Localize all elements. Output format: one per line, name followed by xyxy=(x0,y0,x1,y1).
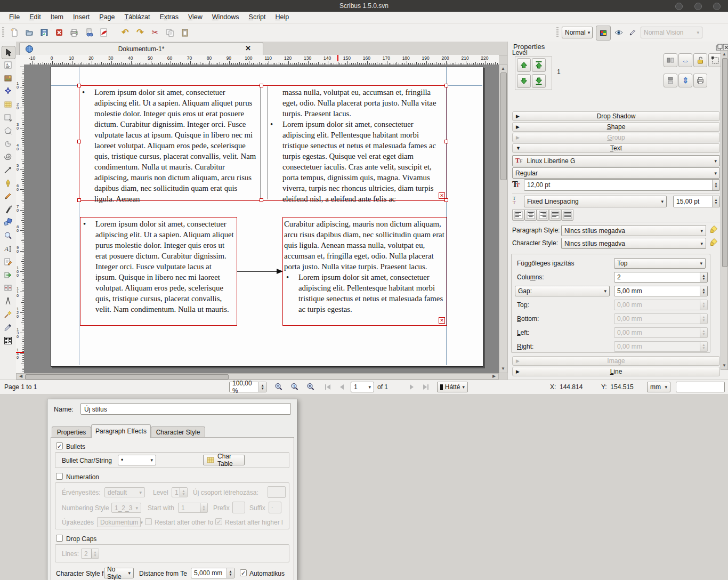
selection-handle[interactable] xyxy=(260,84,263,87)
lock-object-button[interactable] xyxy=(693,53,707,67)
hscroll-thumb[interactable] xyxy=(25,374,229,380)
selection-handle[interactable] xyxy=(77,140,81,143)
paragraph-style-select[interactable]: Nincs stílus megadva▾ xyxy=(561,225,706,236)
character-style-select[interactable]: Nincs stílus megadva▾ xyxy=(561,238,706,249)
section-drop-shadow[interactable]: ▶Drop Shadow xyxy=(512,111,720,121)
status-message-field[interactable] xyxy=(676,382,725,392)
table-tool[interactable] xyxy=(2,98,14,110)
barcode-tool[interactable] xyxy=(2,334,14,347)
spin-arrows[interactable]: ▲▼ xyxy=(227,568,234,578)
previous-page-button[interactable] xyxy=(336,382,347,392)
unit-select[interactable]: mm▾ xyxy=(647,382,670,392)
align-left-button[interactable] xyxy=(512,209,524,221)
valign-select[interactable]: Top▾ xyxy=(614,258,706,269)
drop-caps-checkbox[interactable] xyxy=(56,535,63,542)
toolbar-grip[interactable] xyxy=(2,27,4,38)
raise-to-top-button[interactable] xyxy=(532,58,546,72)
lower-to-bottom-button[interactable] xyxy=(532,74,546,88)
close-tab-icon[interactable]: ✕ xyxy=(245,44,251,52)
freehand-tool[interactable] xyxy=(2,190,14,203)
text-frame-bottom-left[interactable]: • Lorem ipsum dolor sit amet, consectetu… xyxy=(80,217,237,326)
menu-windows[interactable]: Windows xyxy=(207,12,244,23)
rotate-tool[interactable] xyxy=(2,216,14,229)
scroll-up-icon[interactable]: ▲ xyxy=(499,66,507,72)
menu-táblázat[interactable]: Táblázat xyxy=(120,12,155,23)
gap-spinbox[interactable]: 5,00 mm ▲▼ xyxy=(614,286,708,296)
menu-view[interactable]: View xyxy=(183,12,207,23)
distance-spinbox[interactable]: 5,000 mm▲▼ xyxy=(191,568,234,578)
section-text[interactable]: ▼Text xyxy=(512,143,720,153)
paste-button[interactable] xyxy=(178,26,192,39)
copy-button[interactable] xyxy=(163,26,177,39)
canvas-vscrollbar[interactable]: ▲ ▼ xyxy=(499,65,507,373)
scroll-left-icon[interactable]: ◀ xyxy=(18,374,24,379)
selection-handle[interactable] xyxy=(77,198,81,202)
polygon-tool[interactable] xyxy=(2,125,14,137)
menu-help[interactable]: Help xyxy=(271,12,294,23)
layer-select[interactable]: Hátté▾ xyxy=(437,382,468,392)
scroll-down-icon[interactable]: ▼ xyxy=(721,362,727,369)
selection-handle[interactable] xyxy=(444,84,448,87)
bezier-tool[interactable] xyxy=(2,177,14,189)
spin-arrows[interactable]: ▲▼ xyxy=(712,180,719,190)
flip-image-v-button[interactable] xyxy=(664,74,677,87)
image-frame-tool[interactable] xyxy=(2,72,14,84)
eyedropper-tool[interactable] xyxy=(2,321,14,334)
export-pdf-button[interactable] xyxy=(97,26,111,39)
spin-arrows[interactable]: ▲▼ xyxy=(700,272,707,282)
selection-handle[interactable] xyxy=(444,140,448,143)
render-frame-tool[interactable] xyxy=(2,85,14,98)
scroll-up-icon[interactable]: ▲ xyxy=(721,51,727,58)
link-frames-tool[interactable] xyxy=(2,269,14,281)
spin-arrows[interactable]: ▲▼ xyxy=(712,196,719,207)
document-tab[interactable]: Dokumentum-1* ✕ xyxy=(19,42,263,55)
scroll-right-icon[interactable]: ▶ xyxy=(491,374,497,379)
flip-horizontal-button[interactable]: ⇔ xyxy=(678,53,692,67)
vertical-ruler[interactable]: 102030405060708090100110120130140 xyxy=(16,65,25,373)
style-name-input[interactable]: Új stílus xyxy=(80,403,291,415)
linespacing-mode-select[interactable]: Fixed Linespacing▾ xyxy=(524,196,667,207)
spin-arrows[interactable]: ▲▼ xyxy=(700,328,707,337)
spin-arrows[interactable]: ▲▼ xyxy=(700,300,707,310)
panel-scroll-thumb[interactable] xyxy=(722,58,727,267)
zoom-tool[interactable] xyxy=(2,229,14,241)
font-size-spinbox[interactable]: 12,00 pt ▲▼ xyxy=(524,179,720,191)
spin-arrows[interactable]: ▲▼ xyxy=(700,342,707,351)
unlink-frames-tool[interactable] xyxy=(2,282,14,294)
menu-page[interactable]: Page xyxy=(94,12,119,23)
redo-button[interactable]: ↷ xyxy=(133,26,147,39)
tab-character-style[interactable]: Character Style xyxy=(151,426,205,438)
raise-level-button[interactable] xyxy=(517,58,531,72)
zoom-in-button[interactable] xyxy=(305,382,317,392)
next-page-button[interactable] xyxy=(406,382,418,392)
tab-paragraph-effects[interactable]: Paragraph Effects xyxy=(91,424,151,438)
remove-character-style-icon[interactable] xyxy=(709,238,718,246)
remove-paragraph-style-icon[interactable] xyxy=(709,225,718,233)
text-frame-top[interactable]: • Lorem ipsum dolor sit amet, consectetu… xyxy=(79,85,447,201)
copy-properties-tool[interactable] xyxy=(2,308,14,320)
char-table-button[interactable]: Char Table xyxy=(203,455,245,465)
view-mode-select[interactable]: Normal▾ xyxy=(562,27,593,38)
arc-tool[interactable] xyxy=(2,138,14,150)
close-window-button[interactable] xyxy=(713,3,721,10)
line-tool[interactable] xyxy=(2,164,14,176)
font-family-select[interactable]: TF Linux Libertine G▾ xyxy=(512,155,720,166)
dist-left-spinbox[interactable]: 0,00 mm ▲▼ xyxy=(614,327,708,338)
text-frame-tool[interactable]: A xyxy=(2,59,14,71)
tab-properties[interactable]: Properties xyxy=(52,426,91,438)
dist-bottom-spinbox[interactable]: 0,00 mm ▲▼ xyxy=(614,313,708,324)
new-document-button[interactable] xyxy=(7,26,21,39)
linespacing-spinbox[interactable]: 15,00 pt ▲▼ xyxy=(673,196,720,207)
menu-insert[interactable]: Insert xyxy=(68,12,94,23)
open-button[interactable] xyxy=(22,26,36,39)
spin-arrows[interactable]: ▲▼ xyxy=(700,286,707,296)
undo-button[interactable]: ↶ xyxy=(118,26,132,39)
maximize-button[interactable] xyxy=(694,3,702,10)
flip-image-h-button[interactable] xyxy=(664,53,677,67)
spin-arrows[interactable]: ▲▼ xyxy=(258,382,266,392)
flip-vertical-button[interactable]: ⇕ xyxy=(678,74,692,87)
menu-extras[interactable]: Extras xyxy=(155,12,183,23)
align-center-button[interactable] xyxy=(524,209,537,221)
close-button[interactable] xyxy=(52,26,66,39)
bullet-char-select[interactable]: •▾ xyxy=(118,455,156,465)
